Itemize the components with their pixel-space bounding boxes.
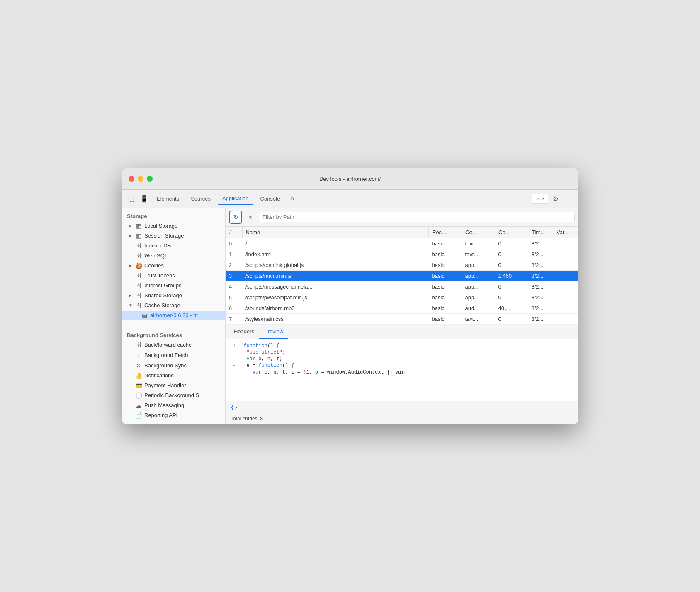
sidebar-item-bg-fetch[interactable]: ↕ Background Fetch: [122, 350, 225, 361]
sidebar-item-cache-storage[interactable]: ▼ 🗄 Cache Storage: [122, 301, 225, 311]
sidebar-label-bg-fetch: Background Fetch: [144, 352, 188, 358]
storage-section-title: Storage: [122, 208, 225, 221]
table-row[interactable]: 5 /scripts/pwacompat.min.js basic app...…: [226, 292, 578, 303]
title-bar: DevTools - airhorner.com/: [122, 168, 578, 190]
tab-application[interactable]: Application: [217, 193, 254, 205]
arrow-icon: ▶: [129, 263, 133, 268]
sidebar-item-local-storage[interactable]: ▶ ▦ Local Storage: [122, 221, 225, 231]
device-toggle-button[interactable]: 📱: [139, 193, 150, 204]
tab-sources[interactable]: Sources: [186, 193, 216, 204]
sidebar-item-periodic-bg[interactable]: 🕐 Periodic Background S: [122, 391, 225, 400]
cell-res: basic: [429, 270, 462, 281]
more-options-button[interactable]: ⋮: [563, 193, 575, 204]
sidebar-item-interest-groups[interactable]: 🗄 Interest Groups: [122, 281, 225, 291]
cell-co1: app...: [462, 281, 495, 292]
sidebar-label-cookies: Cookies: [144, 262, 164, 269]
refresh-button[interactable]: ↻: [229, 211, 242, 224]
sidebar-item-bg-sync[interactable]: ↻ Background Sync: [122, 361, 225, 371]
table-row[interactable]: 7 /styles/main.css basic text... 0 8/2..…: [226, 313, 578, 324]
cell-res: basic: [429, 238, 462, 249]
sidebar-label-notifications: Notifications: [144, 372, 174, 378]
push-messaging-icon: ☁: [135, 402, 142, 409]
sidebar-item-reporting-api[interactable]: 📄 Reporting API: [122, 410, 225, 420]
cell-num: 7: [226, 313, 242, 324]
shared-storage-icon: 🗄: [135, 292, 142, 299]
sidebar-label-cache-storage: Cache Storage: [144, 302, 180, 308]
clear-button[interactable]: ✕: [245, 211, 256, 223]
table-row[interactable]: 2 /scripts/comlink.global.js basic app..…: [226, 260, 578, 270]
tab-preview[interactable]: Preview: [259, 325, 288, 339]
sidebar-item-push-messaging[interactable]: ☁ Push Messaging: [122, 400, 225, 410]
close-button[interactable]: [129, 176, 134, 182]
cell-num: 4: [226, 281, 242, 292]
cell-tim: 8/2...: [528, 260, 553, 270]
reporting-api-icon: 📄: [135, 412, 142, 419]
sidebar-item-back-forward[interactable]: 🗄 Back/forward cache: [122, 340, 225, 350]
sidebar-item-web-sql[interactable]: 🗄 Web SQL: [122, 251, 225, 261]
bottom-panel: Headers Preview 1 !function() { - "use s…: [226, 325, 578, 424]
cell-co1: text...: [462, 238, 495, 249]
line-dash: -: [226, 356, 241, 362]
cell-co1: text...: [462, 249, 495, 260]
sidebar-item-indexeddb[interactable]: 🗄 IndexedDB: [122, 241, 225, 251]
bg-sync-icon: ↻: [135, 362, 142, 369]
col-header-co1[interactable]: Co...: [462, 227, 495, 238]
sidebar-item-cookies[interactable]: ▶ 🍪 Cookies: [122, 261, 225, 271]
cell-tim: 8/2...: [528, 313, 553, 324]
maximize-button[interactable]: [147, 176, 153, 182]
settings-button[interactable]: ⚙: [550, 193, 561, 204]
interest-groups-icon: 🗄: [135, 282, 142, 289]
table-row[interactable]: 3 /scripts/main.min.js basic app... 1,46…: [226, 270, 578, 281]
sidebar-label-interest-groups: Interest Groups: [144, 282, 182, 289]
sidebar-item-shared-storage[interactable]: ▶ 🗄 Shared Storage: [122, 291, 225, 301]
tab-console[interactable]: Console: [255, 193, 285, 204]
cell-var: [553, 238, 578, 249]
warning-count: 2: [542, 196, 544, 201]
tab-headers[interactable]: Headers: [229, 325, 259, 339]
tab-elements[interactable]: Elements: [152, 193, 184, 204]
warning-badge[interactable]: ⚠ 2: [532, 194, 548, 204]
sidebar-item-session-storage[interactable]: ▶ ▦ Session Storage: [122, 231, 225, 241]
main-layout: Storage ▶ ▦ Local Storage ▶ ▦ Session St…: [122, 208, 578, 424]
filter-input[interactable]: [259, 212, 575, 222]
col-header-tim[interactable]: Tim...: [528, 227, 553, 238]
cell-name: /scripts/main.min.js: [242, 270, 429, 281]
code-line-2: - "use strict";: [226, 349, 578, 356]
col-header-name[interactable]: Name: [242, 227, 429, 238]
sidebar-item-notifications[interactable]: 🔔 Notifications: [122, 371, 225, 381]
cell-var: [553, 292, 578, 303]
cell-res: basic: [429, 281, 462, 292]
cell-name: /scripts/pwacompat.min.js: [242, 292, 429, 303]
arrow-icon: ▼: [129, 303, 133, 308]
cell-var: [553, 281, 578, 292]
toolbar: ⬚ 📱 Elements Sources Application Console…: [122, 190, 578, 208]
sidebar-item-payment-handler[interactable]: 💳 Payment Handler: [122, 381, 225, 391]
col-header-var[interactable]: Var...: [553, 227, 578, 238]
col-header-co2[interactable]: Co...: [495, 227, 528, 238]
bg-fetch-icon: ↕: [135, 352, 142, 359]
cell-tim: 8/2...: [528, 249, 553, 260]
sidebar-item-trust-tokens[interactable]: 🗄 Trust Tokens: [122, 271, 225, 281]
code-content: var e, n, t, i = !1, o = window.AudioCon…: [241, 369, 405, 375]
table-row[interactable]: 6 /sounds/airhorn.mp3 basic aud... 40,..…: [226, 303, 578, 313]
cell-co1: aud...: [462, 303, 495, 313]
minimize-button[interactable]: [138, 176, 143, 182]
inspect-element-button[interactable]: ⬚: [125, 193, 137, 204]
line-number: 1: [226, 343, 241, 348]
table-row[interactable]: 0 / basic text... 0 8/2...: [226, 238, 578, 249]
sidebar-label-periodic-bg: Periodic Background S: [144, 392, 199, 398]
sidebar-label-reporting-api: Reporting API: [144, 412, 177, 418]
traffic-lights: [129, 176, 153, 182]
cell-res: basic: [429, 249, 462, 260]
more-tabs-button[interactable]: »: [287, 193, 298, 204]
table-row[interactable]: 4 /scripts/messagechannela... basic app.…: [226, 281, 578, 292]
cache-entry-icon: ▦: [141, 312, 148, 319]
trust-tokens-icon: 🗄: [135, 272, 142, 279]
col-header-res[interactable]: Res...: [429, 227, 462, 238]
payment-handler-icon: 💳: [135, 382, 142, 389]
cell-co2: 0: [495, 292, 528, 303]
sidebar-item-cache-entry[interactable]: ▦ airhorner-0.6.20 - ht: [122, 311, 225, 320]
table-row[interactable]: 1 /index.html basic text... 0 8/2...: [226, 249, 578, 260]
format-button[interactable]: {}: [231, 404, 238, 410]
sidebar-label-back-forward: Back/forward cache: [144, 342, 192, 348]
